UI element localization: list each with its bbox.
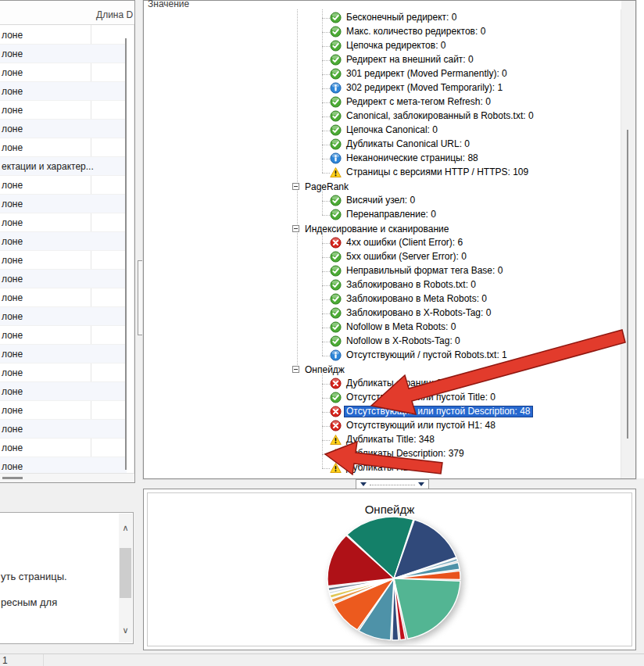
table-row[interactable]: лоне bbox=[0, 307, 127, 326]
tree-item-label: Дубликаты страниц: 8 bbox=[344, 378, 444, 389]
table-row[interactable]: лоне bbox=[0, 101, 127, 120]
tree-item[interactable]: Дубликаты Title: 348 bbox=[144, 433, 621, 447]
tree-item[interactable]: Заблокировано в Robots.txt: 0 bbox=[144, 278, 621, 292]
tree-item[interactable]: Nofollow в Meta Robots: 0 bbox=[144, 320, 621, 335]
tree-item[interactable]: 5xx ошибки (Server Error): 0 bbox=[144, 250, 621, 264]
table-row[interactable]: лоне bbox=[0, 138, 127, 157]
table-row[interactable]: лоне bbox=[0, 382, 127, 401]
tree-item[interactable]: Страницы с версиями HTTP / HTTPS: 109 bbox=[144, 166, 621, 180]
table-row[interactable]: лоне bbox=[0, 401, 127, 420]
table-row[interactable]: лоне bbox=[0, 270, 127, 288]
help-scrollbar[interactable]: ∧ ∨ bbox=[119, 514, 132, 643]
tree-item[interactable]: Nofollow в X-Robots-Tag: 0 bbox=[144, 335, 621, 349]
tree-item[interactable]: 4xx ошибки (Client Error): 6 bbox=[144, 236, 621, 250]
tree-group-PageRank[interactable]: PageRank bbox=[144, 180, 621, 194]
column-header-length[interactable]: Длина D bbox=[96, 9, 133, 20]
tree-item[interactable]: Перенаправление: 0 bbox=[144, 208, 621, 222]
scrollbar-thumb[interactable] bbox=[627, 130, 628, 439]
table-header-row[interactable]: Длина D bbox=[0, 1, 134, 25]
yellow-warning-icon bbox=[330, 434, 342, 446]
table-row[interactable]: лоне bbox=[0, 439, 127, 457]
tree-connector bbox=[322, 384, 330, 385]
tree-item[interactable]: Неправильный формат тега Base: 0 bbox=[144, 264, 621, 278]
tree-connector bbox=[322, 88, 330, 89]
tree-connector bbox=[322, 60, 330, 61]
table-row[interactable]: лоне bbox=[0, 420, 127, 439]
tree-item-label: Дубликаты H1: 349 bbox=[344, 462, 431, 474]
table-row[interactable]: лоне bbox=[0, 26, 127, 45]
tree-connector bbox=[322, 342, 330, 342]
table-row[interactable]: лоне bbox=[0, 288, 127, 307]
tree-item[interactable]: Отсутствующий / пустой Robots.txt: 1 bbox=[144, 349, 621, 363]
tree-item-label-selected: Отсутствующий или пустой Description: 48 bbox=[344, 406, 533, 417]
table-row[interactable]: лоне bbox=[0, 363, 127, 382]
tree-item[interactable]: Заблокировано в X-Robots-Tag: 0 bbox=[144, 306, 621, 320]
splitter-dots bbox=[370, 485, 415, 485]
tree-item[interactable]: Дубликаты H1: 349 bbox=[144, 461, 621, 475]
tree-connector bbox=[322, 145, 330, 145]
collapse-expander-icon[interactable] bbox=[292, 225, 299, 232]
table-row[interactable]: лоне bbox=[0, 176, 127, 195]
red-error-icon bbox=[330, 378, 342, 389]
tree-connector bbox=[322, 201, 330, 202]
table-row[interactable]: лоне bbox=[0, 195, 127, 213]
tree-item-label: Висячий узел: 0 bbox=[344, 195, 417, 206]
tree-item[interactable]: Дубликаты Canonical URL: 0 bbox=[144, 138, 621, 152]
table-row[interactable]: лоне bbox=[0, 120, 127, 138]
tree-item[interactable]: Висячий узел: 0 bbox=[144, 194, 621, 208]
tree-scrollbar[interactable] bbox=[621, 1, 635, 478]
tree-item[interactable]: Отсутствующий или пустой H1: 48 bbox=[144, 419, 621, 433]
table-row[interactable]: лоне bbox=[0, 326, 127, 345]
tree-item[interactable]: Отсутствующий или пустой Title: 0 bbox=[144, 391, 621, 405]
tree-item[interactable]: Редирект на внешний сайт: 0 bbox=[144, 53, 621, 67]
tree-item[interactable]: Отсутствующий или пустой Description: 48 bbox=[144, 405, 621, 419]
collapse-expander-icon[interactable] bbox=[292, 183, 299, 190]
tree-item[interactable]: Неканонические страницы: 88 bbox=[144, 152, 621, 166]
issues-tree-panel: Бесконечный редирект: 0Макс. количество … bbox=[143, 0, 636, 479]
tree-item-label: Nofollow в X-Robots-Tag: 0 bbox=[344, 335, 463, 347]
tree-connector bbox=[322, 271, 330, 272]
tree-item[interactable]: Редирект с мета-тегом Refresh: 0 bbox=[144, 95, 621, 109]
green-check-icon bbox=[330, 321, 342, 333]
scrollbar-thumb[interactable] bbox=[120, 548, 131, 598]
collapse-expander-icon[interactable] bbox=[292, 366, 299, 373]
tree-item-label: Неправильный формат тега Base: 0 bbox=[344, 265, 505, 277]
table-row[interactable]: ектации и характер... bbox=[0, 157, 127, 176]
table-row[interactable]: лоне bbox=[0, 213, 127, 232]
tree-item[interactable]: Дубликаты Description: 379 bbox=[144, 447, 621, 461]
collapse-down-icon[interactable] bbox=[418, 482, 424, 486]
table-row[interactable]: лоне bbox=[0, 63, 127, 82]
tree-item[interactable]: Дубликаты страниц: 8 bbox=[144, 377, 621, 391]
tree-item[interactable]: Цепочка редиректов: 0 bbox=[144, 39, 621, 53]
tree-item[interactable]: 301 редирект (Moved Permanently): 0 bbox=[144, 67, 621, 81]
tree-item[interactable]: 302 редирект (Moved Temporarily): 1 bbox=[144, 81, 621, 95]
tree-connector bbox=[322, 426, 330, 427]
table-row[interactable]: лоне bbox=[0, 232, 127, 251]
tree-item-label: 4xx ошибки (Client Error): 6 bbox=[344, 237, 465, 249]
tree-item[interactable]: Бесконечный редирект: 0 bbox=[144, 11, 621, 25]
red-error-icon bbox=[330, 406, 342, 417]
table-vertical-scrollbar[interactable] bbox=[125, 38, 127, 470]
scrollbar-thumb[interactable] bbox=[2, 477, 23, 479]
tree-item-label: 302 редирект (Moved Temporarily): 1 bbox=[344, 82, 505, 94]
help-text-panel: уть страницы. ресным для ∧ ∨ bbox=[0, 512, 134, 644]
collapse-down-icon[interactable] bbox=[360, 482, 367, 486]
tree-connector bbox=[322, 412, 330, 413]
tree-item[interactable]: Canonical, заблокированный в Robots.txt:… bbox=[144, 109, 621, 124]
tree-group-Онпейдж[interactable]: Онпейдж bbox=[144, 363, 621, 377]
table-row[interactable]: лоне bbox=[0, 45, 127, 63]
green-check-icon bbox=[330, 12, 342, 23]
tree-item[interactable]: Заблокировано в Meta Robots: 0 bbox=[144, 292, 621, 306]
table-row[interactable]: лоне bbox=[0, 345, 127, 363]
tree-group-Индексирование и сканирование[interactable]: Индексирование и сканирование bbox=[144, 222, 621, 236]
table-row[interactable]: лоне bbox=[0, 251, 127, 270]
tree-item-label: Цепочка редиректов: 0 bbox=[344, 40, 449, 52]
table-row[interactable]: лоне bbox=[0, 82, 127, 101]
tree-item[interactable]: Макс. количество редиректов: 0 bbox=[144, 25, 621, 39]
green-check-icon bbox=[330, 40, 342, 52]
tree-item[interactable]: Цепочка Canonical: 0 bbox=[144, 124, 621, 138]
tree-item-label: Перенаправление: 0 bbox=[344, 209, 438, 220]
scroll-down-icon[interactable]: ∨ bbox=[119, 625, 132, 635]
scroll-up-icon[interactable]: ∧ bbox=[119, 523, 132, 532]
table-horizontal-scrollbar[interactable] bbox=[0, 473, 134, 482]
